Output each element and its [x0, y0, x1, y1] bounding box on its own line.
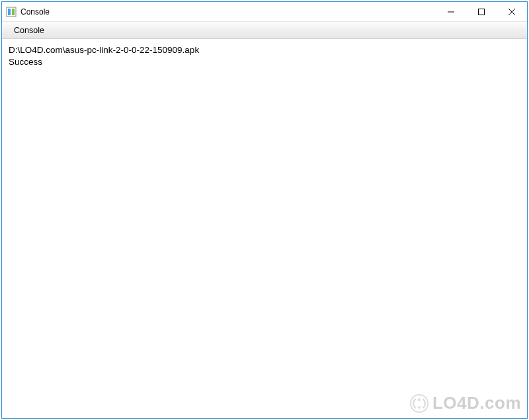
svg-rect-4 [479, 9, 485, 15]
minimize-button[interactable] [436, 2, 466, 22]
output-line-1: D:\LO4D.com\asus-pc-link-2-0-0-22-150909… [9, 45, 199, 55]
menubar: Console [2, 22, 527, 39]
svg-rect-2 [12, 9, 15, 15]
output-line-2: Success [9, 57, 42, 67]
close-button[interactable] [497, 2, 527, 22]
svg-rect-1 [8, 9, 11, 15]
maximize-button[interactable] [466, 2, 497, 22]
menu-console[interactable]: Console [9, 24, 50, 37]
titlebar[interactable]: Console [2, 2, 527, 22]
console-output: D:\LO4D.com\asus-pc-link-2-0-0-22-150909… [2, 39, 527, 418]
console-window: Console Console D:\LO4D.com\asus-pc-link… [1, 1, 528, 419]
window-controls [436, 2, 527, 21]
app-icon [6, 7, 17, 17]
window-title: Console [20, 7, 50, 17]
